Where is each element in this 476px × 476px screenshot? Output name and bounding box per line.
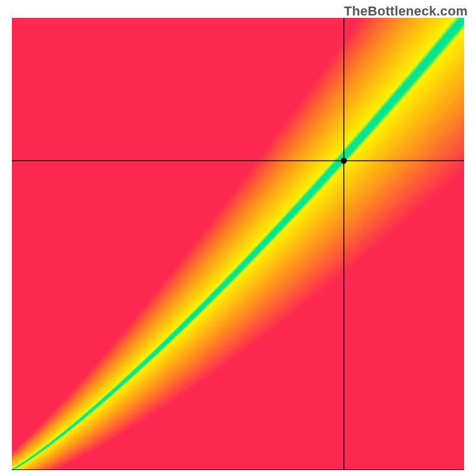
- watermark-text: TheBottleneck.com: [344, 4, 468, 19]
- bottleneck-heatmap: [12, 18, 464, 470]
- heatmap-canvas: [12, 18, 464, 470]
